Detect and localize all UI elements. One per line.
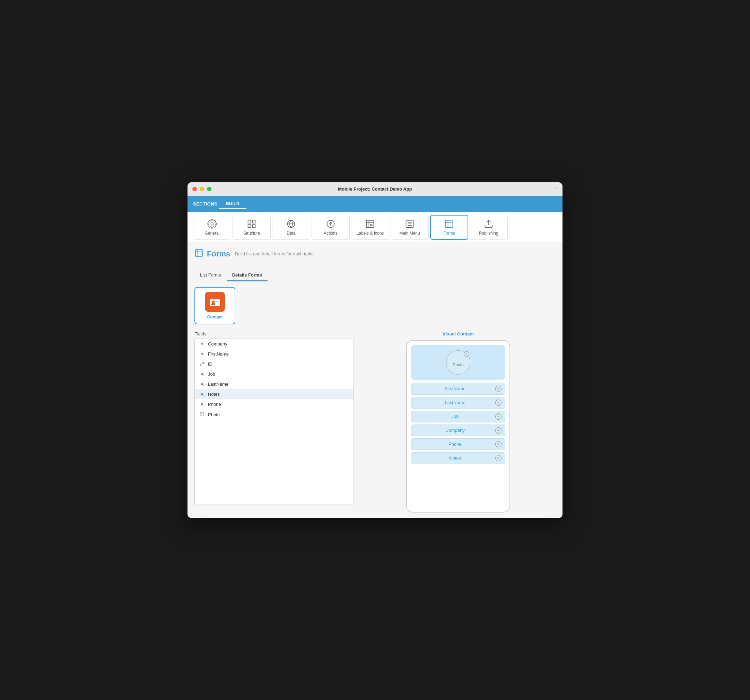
field-item-photo[interactable]: Photo (195, 409, 353, 420)
field-item-notes[interactable]: A Notes (195, 389, 353, 399)
structure-icon (247, 219, 257, 229)
visual-title: Visual Contact (361, 331, 556, 336)
contact-card-icon (205, 292, 225, 312)
contact-card-item[interactable]: Contact (194, 287, 235, 324)
field-item-firstname[interactable]: A FirstName (195, 349, 353, 359)
maximize-button[interactable] (207, 187, 211, 191)
tab-details-forms[interactable]: Details Forms (227, 270, 267, 281)
text-type-icon: A (199, 371, 205, 377)
top-nav: SECTIONS BUILD (188, 196, 562, 212)
forms-section-title: Forms (207, 250, 230, 258)
number-type-icon: 232 (199, 361, 205, 366)
build-tab[interactable]: BUILD (219, 199, 246, 209)
publishing-icon (484, 219, 493, 229)
visual-field-job: Job ✕ (411, 411, 505, 422)
toolbar-main-menu-label: Main Menu (399, 231, 420, 236)
toolbar-actions-label: Actions (324, 231, 337, 236)
toolbar-data-label: Data (287, 231, 295, 236)
svg-rect-14 (446, 220, 453, 227)
visual-field-notes: Notes ✕ (411, 452, 505, 464)
toolbar-data[interactable]: Data (272, 215, 310, 240)
text-type-icon: A (199, 382, 205, 387)
toolbar-structure-label: Structure (243, 231, 260, 236)
photo-circle: ✕ Photo (446, 350, 470, 375)
visual-field-firstname-label: FirstName (415, 386, 495, 391)
main-content: Forms Build list and detail forms for ea… (188, 243, 562, 518)
text-type-icon: A (199, 352, 205, 356)
photo-label: Photo (453, 362, 463, 367)
toolbar-actions[interactable]: Actions (312, 215, 350, 240)
visual-field-company-label: Company (415, 428, 495, 433)
visual-field-lastname: LastName ✕ (411, 397, 505, 408)
export-icon[interactable]: ↑ (555, 186, 558, 193)
close-button[interactable] (192, 187, 197, 191)
forms-icon (444, 219, 454, 229)
svg-point-0 (211, 223, 214, 225)
labels-icons-icon (365, 219, 375, 229)
minimize-button[interactable] (200, 187, 204, 191)
visual-field-company: Company ✕ (411, 425, 505, 436)
toolbar-forms[interactable]: Forms (430, 215, 468, 240)
form-tabs: List Forms Details Forms (194, 270, 556, 281)
window-controls (192, 187, 211, 191)
contact-cards: Contact (194, 287, 556, 324)
text-type-icon: A (199, 341, 205, 347)
svg-rect-18 (195, 250, 203, 256)
svg-point-21 (212, 301, 215, 303)
field-item-phone[interactable]: A Phone (195, 399, 353, 409)
field-name-firstname: FirstName (208, 352, 229, 356)
toolbar: General Structure Data Actions (188, 212, 562, 243)
svg-rect-8 (367, 220, 374, 227)
tab-list-forms[interactable]: List Forms (194, 270, 227, 281)
field-name-notes: Notes (208, 391, 220, 397)
svg-point-25 (201, 413, 202, 414)
toolbar-structure[interactable]: Structure (232, 215, 270, 240)
visual-field-phone: Phone ✕ (411, 438, 505, 450)
remove-phone-button[interactable]: ✕ (495, 441, 501, 447)
field-name-company: Company (208, 341, 227, 347)
fields-list: A Company A FirstName 232 ID A Job (194, 339, 354, 505)
visual-field-phone-label: Phone (415, 442, 495, 447)
photo-remove-icon[interactable]: ✕ (464, 352, 469, 357)
forms-section-icon (194, 249, 203, 259)
remove-notes-button[interactable]: ✕ (495, 455, 501, 461)
field-item-company[interactable]: A Company (195, 339, 353, 349)
toolbar-main-menu[interactable]: Main Menu (390, 215, 429, 240)
toolbar-general[interactable]: General (193, 215, 231, 240)
text-type-icon: A (199, 402, 205, 407)
toolbar-publishing-label: Publishing (479, 231, 498, 236)
phone-header: ✕ Photo (411, 345, 505, 380)
actions-icon (326, 219, 335, 229)
toolbar-labels-icons[interactable]: Labels & Icons (351, 215, 389, 240)
phone-mockup: ✕ Photo FirstName ✕ LastName ✕ Job (406, 340, 510, 513)
sections-label: SECTIONS (193, 201, 217, 207)
phone-empty-area (411, 466, 505, 508)
data-icon (286, 219, 296, 229)
remove-firstname-button[interactable]: ✕ (495, 386, 501, 392)
bottom-area: Fields A Company A FirstName 232 ID (194, 331, 556, 513)
main-menu-icon (405, 219, 415, 229)
field-item-lastname[interactable]: A LastName (195, 379, 353, 389)
toolbar-publishing[interactable]: Publishing (470, 215, 508, 240)
forms-header: Forms Build list and detail forms for ea… (194, 249, 556, 264)
remove-lastname-button[interactable]: ✕ (495, 399, 501, 406)
fields-panel: Fields A Company A FirstName 232 ID (194, 331, 354, 513)
field-item-job[interactable]: A Job (195, 369, 353, 379)
remove-company-button[interactable]: ✕ (495, 427, 501, 433)
svg-point-9 (370, 224, 372, 226)
app-window: Mobile Project: Contact Demo App ↑ SECTI… (188, 182, 562, 518)
window-title: Mobile Project: Contact Demo App (338, 186, 412, 192)
visual-field-notes-label: Notes (415, 455, 495, 461)
toolbar-general-label: General (205, 231, 220, 236)
field-item-id[interactable]: 232 ID (195, 359, 353, 369)
field-name-id: ID (208, 361, 212, 367)
visual-field-job-label: Job (415, 414, 495, 419)
field-name-photo: Photo (208, 412, 220, 417)
titlebar: Mobile Project: Contact Demo App ↑ (188, 182, 562, 196)
gear-icon (207, 219, 217, 229)
remove-job-button[interactable]: ✕ (495, 413, 501, 420)
svg-rect-3 (248, 224, 251, 227)
svg-rect-4 (252, 224, 255, 227)
forms-section-description: Build list and detail forms for each tab… (235, 251, 314, 256)
toolbar-labels-icons-label: Labels & Icons (357, 231, 384, 236)
